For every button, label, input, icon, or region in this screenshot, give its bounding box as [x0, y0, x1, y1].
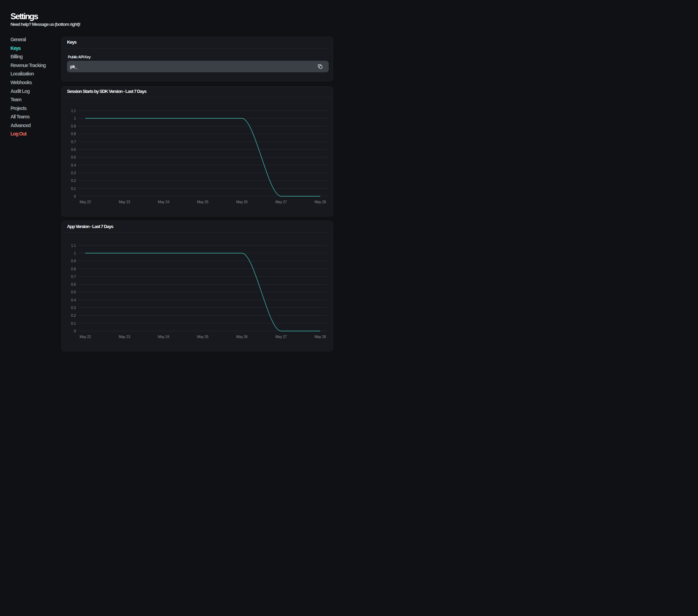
svg-text:0.5: 0.5 [71, 155, 76, 159]
svg-text:May 24: May 24 [158, 200, 169, 204]
svg-text:0: 0 [74, 194, 76, 198]
svg-text:May 27: May 27 [275, 200, 287, 204]
svg-text:0.3: 0.3 [71, 306, 76, 308]
svg-text:0.6: 0.6 [71, 282, 76, 286]
svg-text:0.6: 0.6 [71, 147, 76, 152]
svg-text:1.1: 1.1 [71, 243, 76, 248]
svg-text:May 22: May 22 [79, 200, 91, 204]
svg-text:0.4: 0.4 [71, 298, 76, 302]
svg-text:0.7: 0.7 [71, 139, 76, 144]
svg-text:1.1: 1.1 [71, 108, 76, 112]
svg-text:1: 1 [74, 116, 76, 120]
svg-text:0.3: 0.3 [71, 171, 76, 175]
svg-text:0.7: 0.7 [71, 274, 76, 279]
svg-text:0.2: 0.2 [71, 178, 76, 183]
svg-text:0.5: 0.5 [71, 290, 76, 294]
svg-text:0.8: 0.8 [71, 132, 76, 136]
svg-text:0.4: 0.4 [71, 163, 76, 167]
svg-text:0.9: 0.9 [71, 124, 76, 128]
svg-text:May 28: May 28 [314, 200, 326, 204]
svg-text:May 25: May 25 [197, 200, 208, 204]
svg-text:0.1: 0.1 [71, 186, 76, 190]
svg-text:0.9: 0.9 [71, 259, 76, 263]
svg-text:0.8: 0.8 [71, 267, 76, 271]
svg-text:1: 1 [74, 251, 76, 255]
svg-text:May 23: May 23 [119, 200, 130, 204]
svg-text:May 26: May 26 [236, 200, 247, 204]
